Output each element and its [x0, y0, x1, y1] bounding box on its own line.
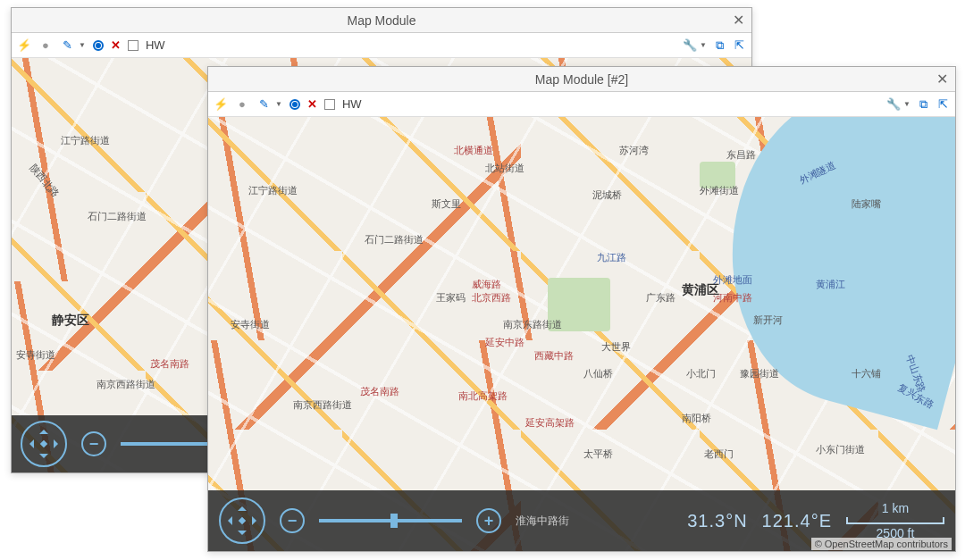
road-label: 小东门街道 — [816, 443, 865, 456]
road-label: 斯文里 — [432, 197, 461, 211]
road-label: 泥城桥 — [592, 188, 622, 202]
district-label: 静安区 — [52, 313, 89, 329]
popout-icon[interactable]: ⇱ — [732, 38, 746, 53]
road-label: 北站街道 — [485, 162, 524, 175]
road-label: 东昌路 — [726, 148, 756, 162]
road-label: 威海路 — [472, 278, 501, 291]
road-label: 八仙桥 — [583, 367, 613, 380]
wrench-icon[interactable]: 🔧 — [886, 97, 901, 112]
road-label: 豫园街道 — [740, 367, 779, 380]
pan-down[interactable] — [39, 454, 48, 463]
road-label: 太平桥 — [583, 447, 613, 461]
road-label: 茂名南路 — [360, 385, 399, 398]
road-label: 南北高架路 — [458, 389, 508, 403]
pencil-dropdown-arrow[interactable]: ▼ — [275, 100, 282, 108]
dock-icon[interactable]: ⧉ — [916, 97, 930, 112]
zoom-out-button[interactable]: − — [280, 508, 305, 533]
pan-left[interactable] — [25, 439, 34, 448]
window-title: Map Module [#2] — [535, 72, 628, 87]
zoom-slider[interactable] — [121, 442, 219, 446]
zoom-thumb[interactable] — [390, 514, 398, 528]
road-label: 十六铺 — [852, 367, 881, 380]
wrench-dropdown-arrow[interactable]: ▼ — [903, 100, 910, 108]
window-title: Map Module — [347, 13, 415, 28]
pan-up[interactable] — [39, 425, 48, 434]
dock-icon[interactable]: ⧉ — [712, 38, 726, 53]
road-label: 老西门 — [704, 447, 734, 461]
road-label: 西藏中路 — [534, 349, 574, 363]
hw-label: HW — [146, 38, 165, 52]
wrench-dropdown-arrow[interactable]: ▼ — [700, 41, 707, 49]
road-label: 江宁路街道 — [248, 184, 298, 197]
attribution: © OpenStreetMap contributors — [811, 538, 952, 550]
zoom-out-button[interactable]: − — [81, 431, 106, 456]
road-label: 北横通道 — [454, 144, 493, 157]
pan-up[interactable] — [238, 502, 247, 511]
road-label: 九江路 — [597, 251, 626, 264]
pan-dpad[interactable] — [21, 421, 67, 467]
road-label: 外滩街道 — [700, 184, 739, 197]
road-label: 南京东路街道 — [503, 318, 562, 331]
wrench-icon[interactable]: 🔧 — [683, 38, 697, 53]
pan-center[interactable] — [239, 517, 246, 524]
road-label: 苏河湾 — [619, 144, 649, 157]
zoom-slider[interactable] — [319, 519, 462, 522]
hw-label: HW — [342, 97, 362, 111]
district-label: 黄浦区 — [682, 282, 719, 298]
scale-line — [846, 517, 944, 524]
hw-checkbox[interactable] — [128, 40, 138, 51]
pencil-dropdown-arrow[interactable]: ▼ — [79, 41, 86, 49]
lightning-icon[interactable]: ⚡ — [17, 38, 31, 53]
road-label: 北京西路 — [472, 291, 511, 305]
road-label: 南京西路街道 — [96, 378, 155, 391]
red-x-icon[interactable]: ✕ — [307, 97, 317, 111]
road-label: 安寺街道 — [16, 348, 55, 362]
radio-selected[interactable] — [93, 40, 104, 51]
road-label-overlay: 淮海中路街 — [516, 514, 569, 529]
radio-selected[interactable] — [290, 99, 300, 110]
pencil-icon[interactable]: ✎ — [60, 38, 74, 53]
pan-left[interactable] — [223, 516, 232, 525]
close-button[interactable]: ✕ — [733, 12, 744, 29]
road-label: 茂名南路 — [150, 357, 189, 371]
road-label: 南阳桥 — [682, 412, 711, 425]
circle-icon[interactable]: ● — [38, 38, 53, 53]
road-label: 石门二路街道 — [88, 210, 147, 223]
road-label: 石门二路街道 — [365, 233, 424, 247]
lightning-icon[interactable]: ⚡ — [214, 97, 228, 112]
zoom-in-button[interactable]: + — [476, 508, 501, 533]
road-label: 陆家嘴 — [852, 197, 881, 211]
pan-center[interactable] — [40, 440, 47, 447]
longitude-readout: 121.4°E — [762, 511, 832, 531]
road-label: 大世界 — [601, 340, 631, 354]
pan-right[interactable] — [54, 439, 63, 448]
road-label: 黄浦江 — [816, 278, 845, 291]
pencil-icon[interactable]: ✎ — [256, 97, 271, 112]
road-label: 广东路 — [646, 291, 676, 305]
road-label: 南京西路街道 — [293, 398, 352, 412]
pan-down[interactable] — [238, 531, 247, 539]
pan-dpad[interactable] — [219, 497, 265, 544]
road-label: 延安高架路 — [525, 416, 575, 430]
road-label: 安寺街道 — [231, 318, 270, 331]
scale-bar: 1 km 2500 ft — [846, 501, 944, 540]
latitude-readout: 31.3°N — [687, 511, 747, 531]
close-button[interactable]: ✕ — [936, 71, 948, 88]
circle-icon[interactable]: ● — [235, 97, 249, 112]
road-label: 江宁路街道 — [61, 134, 110, 147]
hw-checkbox[interactable] — [324, 99, 335, 110]
road-label: 小北门 — [686, 367, 716, 380]
map-viewport[interactable]: 江宁路街道 石门二路街道 安寺街道 南京西路街道 南京东路街道 延安中路 延安高… — [208, 117, 955, 551]
road-label: 王家码 — [436, 291, 466, 305]
popout-icon[interactable]: ⇱ — [936, 97, 950, 112]
road-label: 新开河 — [753, 313, 783, 327]
red-x-icon[interactable]: ✕ — [111, 38, 121, 52]
pan-right[interactable] — [252, 516, 261, 525]
road-label: 延安中路 — [485, 336, 524, 349]
scale-km: 1 km — [882, 501, 909, 515]
